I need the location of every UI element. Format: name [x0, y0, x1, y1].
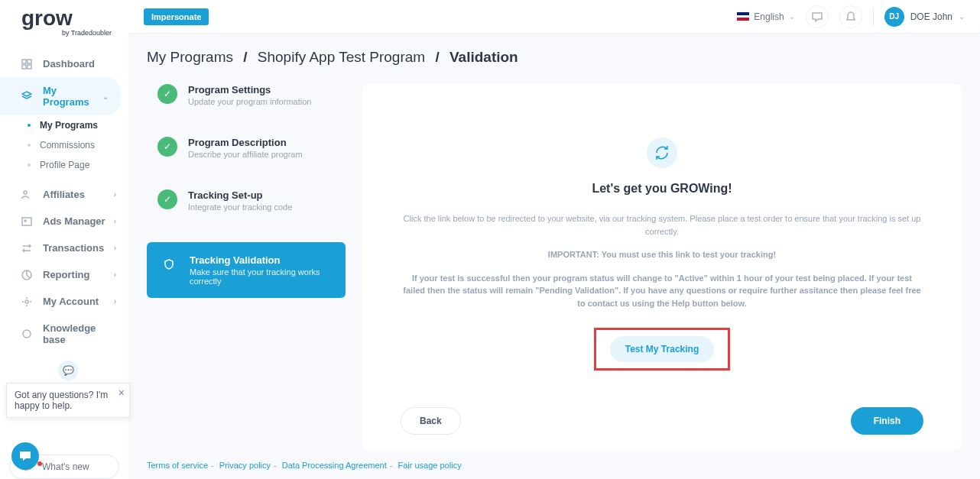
users-icon	[21, 189, 32, 200]
topbar: Impersonate English ⌄ DJ DOE John ⌄	[128, 0, 980, 34]
sidebar-item-transactions[interactable]: Transactions ›	[0, 235, 128, 261]
breadcrumb-current: Validation	[449, 49, 518, 65]
refresh-icon	[647, 138, 677, 168]
check-icon: ✓	[157, 84, 177, 104]
svg-marker-4	[22, 92, 31, 96]
svg-rect-6	[22, 218, 31, 225]
sidebar-item-my-account[interactable]: My Account ›	[0, 288, 128, 315]
language-selector[interactable]: English ⌄	[737, 11, 794, 22]
content: My Programs / Shopify App Test Program /…	[128, 34, 980, 479]
svg-point-10	[23, 330, 31, 338]
logo-sub: by Tradedoubler	[21, 29, 113, 37]
chart-icon	[21, 270, 32, 280]
panel-footer: Back Finish	[401, 377, 923, 435]
test-wrap: Test My Tracking	[401, 328, 923, 371]
chevron-right-icon: ›	[114, 244, 116, 252]
sub-nav: My Programs Commissions Profile Page	[0, 115, 128, 175]
back-button[interactable]: Back	[401, 407, 461, 435]
breadcrumb-item[interactable]: My Programs	[147, 49, 233, 65]
svg-rect-1	[28, 60, 31, 63]
logo: grow by Tradedoubler	[0, 0, 128, 44]
avatar: DJ	[884, 7, 904, 27]
chevron-right-icon: ›	[114, 190, 116, 199]
footer-link-terms[interactable]: Terms of service	[147, 461, 208, 470]
svg-rect-3	[28, 65, 31, 69]
sidebar-item-dashboard[interactable]: Dashboard	[0, 50, 128, 77]
messages-icon[interactable]	[806, 5, 829, 28]
step-title: Tracking Set-up	[188, 189, 292, 201]
svg-point-9	[25, 300, 28, 303]
user-name: DOE John	[910, 11, 952, 22]
chevron-right-icon: ›	[114, 270, 116, 279]
svg-rect-0	[22, 60, 26, 63]
chat-text: Got any questions? I'm happy to help.	[15, 390, 108, 411]
steps-panel: ✓ Program Settings Update your program i…	[147, 84, 346, 450]
footer-link-privacy[interactable]: Privacy policy	[219, 461, 271, 470]
flag-uk-icon	[737, 12, 749, 21]
topbar-right: English ⌄ DJ DOE John ⌄	[737, 5, 965, 28]
sidebar-item-affiliates[interactable]: Affiliates ›	[0, 181, 128, 208]
sidebar-item-label: My Programs	[43, 85, 102, 108]
finish-button[interactable]: Finish	[851, 407, 923, 435]
divider	[873, 8, 874, 26]
sidebar-item-label: Reporting	[43, 269, 89, 280]
sub-item-my-programs[interactable]: My Programs	[21, 115, 128, 135]
check-icon: ✓	[157, 137, 177, 157]
chat-popup: 💬 × Got any questions? I'm happy to help…	[6, 383, 130, 418]
step-title: Program Description	[188, 137, 303, 148]
columns: ✓ Program Settings Update your program i…	[147, 84, 962, 450]
step-tracking-setup[interactable]: ✓ Tracking Set-up Integrate your trackin…	[147, 189, 346, 242]
chevron-right-icon: ›	[114, 217, 116, 225]
step-desc: Describe your affiliate program	[188, 150, 303, 159]
panel-text-important: IMPORTANT: You must use this link to tes…	[401, 248, 923, 261]
breadcrumb: My Programs / Shopify App Test Program /…	[147, 49, 962, 66]
step-program-settings[interactable]: ✓ Program Settings Update your program i…	[147, 84, 346, 137]
impersonate-button[interactable]: Impersonate	[144, 8, 209, 25]
step-desc: Integrate your tracking code	[188, 202, 292, 212]
sub-item-profile-page[interactable]: Profile Page	[21, 155, 128, 175]
sidebar-item-label: Knowledge base	[43, 322, 116, 345]
bell-icon[interactable]	[839, 5, 862, 28]
sidebar-item-label: Ads Manager	[43, 215, 105, 227]
image-icon	[21, 216, 32, 227]
chat-avatar-icon: 💬	[58, 361, 78, 380]
sidebar-item-knowledge-base[interactable]: Knowledge base	[0, 315, 128, 353]
sub-item-commissions[interactable]: Commissions	[21, 135, 128, 155]
chevron-right-icon: ›	[114, 297, 116, 306]
main: Impersonate English ⌄ DJ DOE John ⌄	[128, 0, 980, 479]
shield-icon	[159, 254, 179, 274]
swap-icon	[21, 243, 32, 254]
notification-dot	[37, 461, 42, 466]
test-highlight-box: Test My Tracking	[594, 328, 730, 371]
footer-links: Terms of service- Privacy policy- Data P…	[147, 450, 962, 479]
chevron-down-icon: ⌄	[789, 12, 795, 21]
footer-link-dpa[interactable]: Data Processing Agreement	[282, 461, 387, 470]
chat-launcher[interactable]	[11, 442, 39, 470]
step-program-description[interactable]: ✓ Program Description Describe your affi…	[147, 137, 346, 189]
step-title: Tracking Validation	[190, 254, 333, 266]
panel-heading: Let's get you GROWing!	[401, 182, 923, 196]
sidebar-item-ads-manager[interactable]: Ads Manager ›	[0, 208, 128, 235]
step-tracking-validation[interactable]: Tracking Validation Make sure that your …	[147, 242, 346, 298]
footer-link-fair-usage[interactable]: Fair usage policy	[398, 461, 462, 470]
step-title: Program Settings	[188, 84, 311, 95]
layers-icon	[21, 91, 32, 102]
chevron-down-icon: ⌄	[959, 12, 965, 21]
gear-icon	[21, 296, 32, 307]
validation-panel: Let's get you GROWing! Click the link be…	[362, 84, 962, 450]
sidebar-item-reporting[interactable]: Reporting ›	[0, 261, 128, 288]
sidebar-item-label: Transactions	[43, 242, 104, 254]
sidebar-item-my-programs[interactable]: My Programs ⌄	[0, 77, 121, 115]
step-desc: Update your program information	[188, 97, 311, 106]
panel-text-3: If your test is successful then your pro…	[401, 272, 923, 310]
sidebar-item-label: My Account	[43, 296, 99, 307]
test-my-tracking-button[interactable]: Test My Tracking	[610, 336, 714, 362]
grid-icon	[21, 59, 32, 70]
user-menu[interactable]: DJ DOE John ⌄	[884, 7, 965, 27]
svg-point-5	[24, 191, 27, 194]
chevron-down-icon: ⌄	[102, 92, 109, 101]
sidebar-item-label: Dashboard	[43, 58, 95, 70]
breadcrumb-item[interactable]: Shopify App Test Program	[258, 49, 425, 65]
close-icon[interactable]: ×	[118, 387, 125, 399]
svg-point-7	[24, 220, 26, 222]
